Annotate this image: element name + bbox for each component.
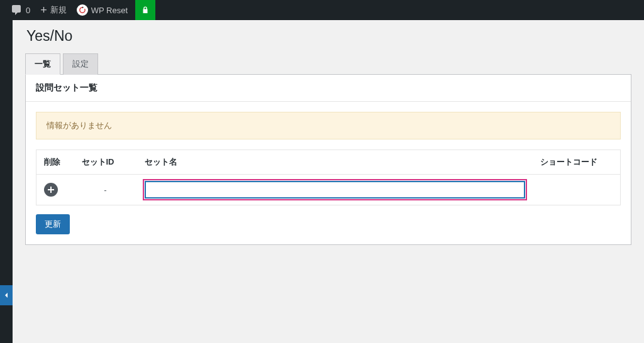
tab-list[interactable]: 一覧 [25, 53, 60, 75]
th-delete: 削除 [36, 150, 74, 175]
table-row: - [36, 175, 621, 205]
th-set-id: セットID [74, 150, 137, 175]
th-shortcode: ショートコード [533, 150, 621, 175]
wp-reset-icon [77, 4, 88, 16]
page-title: Yes/No [26, 28, 631, 45]
cell-set-id: - [74, 175, 137, 205]
tab-settings[interactable]: 設定 [63, 53, 98, 75]
notice-warning: 情報がありません [36, 112, 621, 139]
comments-item[interactable]: 0 [5, 0, 35, 20]
wp-reset-item[interactable]: WP Reset [72, 0, 133, 20]
panel: 設問セット一覧 情報がありません 削除 セットID セット名 ショートコード [25, 75, 631, 245]
th-set-name: セット名 [137, 150, 533, 175]
cell-shortcode [533, 175, 621, 205]
wp-reset-label: WP Reset [91, 6, 128, 15]
lock-badge[interactable] [135, 0, 155, 20]
new-item[interactable]: + 新規 [35, 0, 72, 20]
comments-count: 0 [26, 6, 30, 15]
sets-table: 削除 セットID セット名 ショートコード - [36, 150, 621, 205]
svg-rect-1 [48, 189, 54, 190]
plus-circle-icon [47, 186, 55, 193]
notice-text: 情報がありません [47, 121, 112, 130]
plus-icon: + [40, 4, 47, 16]
add-row-button[interactable] [44, 183, 58, 197]
panel-heading: 設問セット一覧 [26, 75, 631, 102]
main-content: Yes/No 一覧 設定 設問セット一覧 情報がありません 削除 セットID セ… [13, 20, 644, 258]
admin-sidebar-collapsed [0, 20, 13, 258]
lock-icon [141, 6, 150, 14]
comment-icon [10, 4, 23, 16]
admin-toolbar: 0 + 新規 WP Reset [0, 0, 644, 20]
tabs: 一覧 設定 [25, 53, 631, 75]
panel-body: 情報がありません 削除 セットID セット名 ショートコード [26, 102, 631, 244]
set-name-input[interactable] [145, 181, 525, 199]
update-button[interactable]: 更新 [36, 214, 70, 234]
new-label: 新規 [50, 4, 67, 16]
